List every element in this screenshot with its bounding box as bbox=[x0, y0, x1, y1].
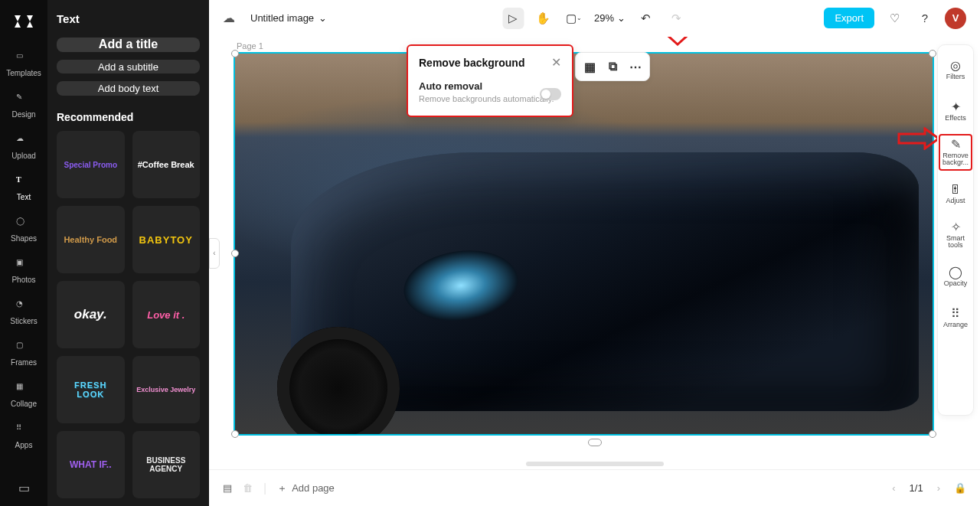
canvas-frame[interactable] bbox=[234, 52, 934, 436]
nav-column: ▭Templates ✎Design ☁Upload TText ◯Shapes… bbox=[0, 0, 47, 506]
undo-icon[interactable]: ↶ bbox=[635, 8, 656, 29]
recommended-grid: Special Promo #Coffee Break Healthy Food… bbox=[57, 131, 200, 506]
nav-stickers-label: Stickers bbox=[10, 317, 38, 325]
preset-love-it[interactable]: Love it . bbox=[132, 281, 201, 348]
preset-healthy-food[interactable]: Healthy Food bbox=[57, 206, 125, 273]
left-panel: Text Add a title Add a subtitle Add body… bbox=[47, 0, 209, 506]
nav-shapes-label: Shapes bbox=[11, 234, 37, 243]
add-subtitle-button[interactable]: Add a subtitle bbox=[57, 60, 200, 74]
lock-icon[interactable]: 🔒 bbox=[954, 482, 966, 494]
preset-okay[interactable]: okay. bbox=[57, 281, 125, 348]
wand-icon: ✧ bbox=[951, 221, 961, 233]
nav-text[interactable]: TText bbox=[0, 168, 47, 208]
topbar: ☁ Untitled image ⌄ ▷ ✋ ▢⌄ 29% ⌄ ↶ ↷ Expo… bbox=[209, 0, 980, 37]
preset-exclusive-jewelry[interactable]: Exclusive Jewelry bbox=[132, 356, 201, 423]
user-avatar[interactable]: V bbox=[945, 8, 966, 29]
adjust-icon: 🎚 bbox=[949, 184, 962, 196]
nav-collage[interactable]: ▦Collage bbox=[0, 375, 47, 415]
delete-icon[interactable]: 🗑 bbox=[243, 482, 253, 494]
nav-photos[interactable]: ▣Photos bbox=[0, 251, 47, 291]
bottom-bar: ▤ 🗑 | ＋Add page ‹ 1/1 › 🔒 bbox=[209, 469, 980, 506]
collapse-panel-handle[interactable]: ‹ bbox=[209, 238, 220, 269]
close-icon[interactable]: ✕ bbox=[551, 55, 561, 70]
hand-tool-icon[interactable]: ✋ bbox=[533, 8, 554, 29]
annotation-arrow-down bbox=[661, 37, 694, 46]
document-title[interactable]: Untitled image ⌄ bbox=[250, 12, 327, 24]
next-page-icon[interactable]: › bbox=[934, 479, 943, 497]
popup-subtitle: Auto removal bbox=[419, 80, 561, 92]
help-icon[interactable]: ? bbox=[914, 8, 936, 29]
crop-tool-icon[interactable]: ▢⌄ bbox=[564, 8, 585, 29]
nav-templates-label: Templates bbox=[6, 69, 41, 77]
prev-page-icon[interactable]: ‹ bbox=[889, 479, 898, 497]
nav-templates[interactable]: ▭Templates bbox=[0, 44, 47, 84]
cloud-sync-icon[interactable]: ☁ bbox=[223, 11, 238, 25]
filters-icon: ◎ bbox=[950, 60, 961, 72]
rail-filters[interactable]: ◎Filters bbox=[939, 51, 972, 88]
preset-fresh-look[interactable]: FRESH LOOK bbox=[57, 356, 125, 423]
chevron-down-icon: ⌄ bbox=[318, 12, 327, 24]
rail-smart-tools[interactable]: ✧Smart tools bbox=[939, 217, 972, 253]
remove-background-popup: Remove background ✕ Auto removal Remove … bbox=[407, 44, 573, 117]
app-logo[interactable] bbox=[11, 9, 36, 34]
preset-babytoy[interactable]: BABYTOY bbox=[132, 206, 201, 273]
nav-shapes[interactable]: ◯Shapes bbox=[0, 210, 47, 250]
auto-removal-toggle[interactable] bbox=[540, 88, 561, 100]
redo-icon[interactable]: ↷ bbox=[665, 8, 687, 29]
canvas-area: Page 1 ‹ ▦ ⧉ ⋯ Remove backgr bbox=[209, 37, 980, 469]
headlight-shape bbox=[400, 243, 523, 328]
preset-coffee-break[interactable]: #Coffee Break bbox=[132, 131, 201, 198]
nav-upload-label: Upload bbox=[11, 152, 36, 160]
qr-icon[interactable]: ▦ bbox=[579, 56, 600, 77]
nav-text-label: Text bbox=[17, 193, 31, 201]
chevron-down-icon: ⌄ bbox=[617, 12, 626, 24]
page-counter: 1/1 bbox=[910, 482, 923, 494]
recommended-heading: Recommended bbox=[57, 111, 200, 123]
nav-frames[interactable]: ▢Frames bbox=[0, 334, 47, 374]
quick-toolbar: ▦ ⧉ ⋯ bbox=[575, 52, 650, 81]
add-title-button[interactable]: Add a title bbox=[57, 38, 200, 52]
more-icon[interactable]: ⋯ bbox=[625, 56, 646, 77]
zoom-control[interactable]: 29% ⌄ bbox=[594, 12, 626, 24]
select-tool-icon[interactable]: ▷ bbox=[502, 8, 524, 29]
nav-apps[interactable]: ⠿Apps bbox=[0, 416, 47, 456]
nav-design[interactable]: ✎Design bbox=[0, 86, 47, 126]
pages-icon[interactable]: ▤ bbox=[223, 482, 232, 494]
preset-special-promo[interactable]: Special Promo bbox=[57, 131, 125, 198]
opacity-icon: ◯ bbox=[949, 266, 962, 279]
add-page-button[interactable]: ＋Add page bbox=[277, 482, 335, 495]
right-rail: ◎Filters ✦Effects ✎Remove backgr... 🎚Adj… bbox=[937, 44, 974, 416]
selection-handle-tl[interactable] bbox=[231, 50, 239, 57]
popup-title: Remove background bbox=[419, 57, 524, 69]
preset-what-if[interactable]: WHAT IF.. bbox=[57, 431, 125, 498]
canvas-image[interactable] bbox=[235, 54, 933, 434]
rail-adjust[interactable]: 🎚Adjust bbox=[939, 175, 972, 212]
rail-opacity[interactable]: ◯Opacity bbox=[939, 258, 972, 295]
export-button[interactable]: Export bbox=[824, 8, 874, 28]
nav-collage-label: Collage bbox=[11, 400, 37, 408]
selection-handle-br[interactable] bbox=[929, 430, 936, 438]
nav-stickers[interactable]: ◔Stickers bbox=[0, 292, 47, 332]
rail-arrange[interactable]: ⠿Arrange bbox=[939, 299, 972, 336]
rail-remove-background[interactable]: ✎Remove backgr... bbox=[939, 134, 972, 171]
page-label: Page 1 bbox=[237, 41, 263, 51]
shield-icon[interactable]: ♡ bbox=[884, 8, 905, 29]
rotation-handle[interactable] bbox=[588, 439, 602, 446]
preset-business-agency[interactable]: BUSINESS AGENCY bbox=[132, 431, 201, 498]
duplicate-icon[interactable]: ⧉ bbox=[602, 56, 623, 77]
selection-handle-bl[interactable] bbox=[231, 430, 239, 438]
left-panel-heading: Text bbox=[57, 12, 200, 25]
annotation-arrow-right bbox=[897, 127, 940, 150]
selection-handle-ml[interactable] bbox=[231, 250, 239, 257]
nav-bottom-icon[interactable]: ▭ bbox=[0, 469, 47, 506]
horizontal-scroll-track[interactable] bbox=[526, 462, 664, 466]
nav-apps-label: Apps bbox=[15, 441, 33, 449]
add-body-button[interactable]: Add body text bbox=[57, 81, 200, 96]
main-area: ☁ Untitled image ⌄ ▷ ✋ ▢⌄ 29% ⌄ ↶ ↷ Expo… bbox=[209, 0, 980, 506]
selection-handle-tr[interactable] bbox=[929, 50, 936, 57]
nav-upload[interactable]: ☁Upload bbox=[0, 127, 47, 167]
topbar-right: Export ♡ ? V bbox=[824, 8, 966, 29]
rail-effects[interactable]: ✦Effects bbox=[939, 93, 972, 129]
nav-photos-label: Photos bbox=[11, 276, 35, 284]
page-navigation: ‹ 1/1 › 🔒 bbox=[889, 479, 966, 497]
